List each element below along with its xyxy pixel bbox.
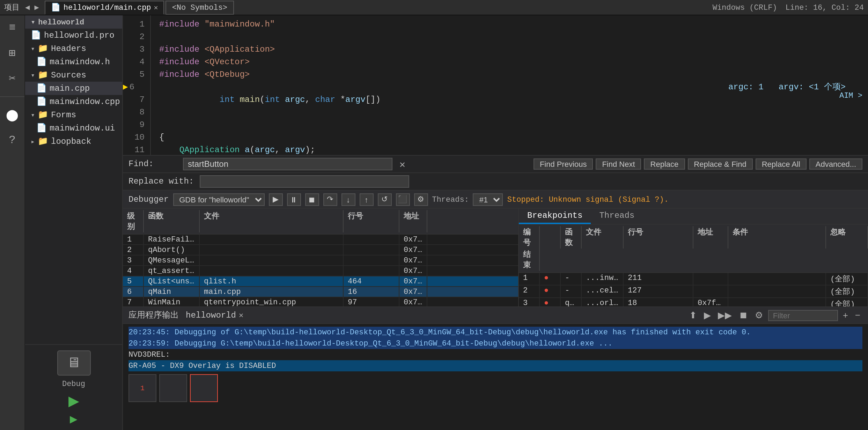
stack-row-6[interactable]: 6 qMain main.cpp 16 0x7ff78246161e <box>123 287 518 297</box>
dbg-btn-1[interactable]: ▶ <box>269 193 282 206</box>
code-content[interactable]: #include "mainwindow.h" #include <QAppli… <box>151 15 868 155</box>
th-bp-end: 结束 <box>519 249 540 271</box>
debugger-toolbar: Debugger GDB for "helloworld" ▶ ⏸ ⏹ ↷ ↓ … <box>123 191 868 209</box>
output-tab-label: helloworld <box>186 310 236 320</box>
find-next-btn[interactable]: Find Next <box>596 158 641 170</box>
debugger-label: Debugger <box>128 194 169 204</box>
bottom-content: 级别 函数 文件 行号 地址 1 RaiseFailFastException … <box>123 209 868 306</box>
project-sidebar: ▾ helloworld 📄 helloworld.pro ▾ 📁 Header… <box>25 15 123 430</box>
output-line-1: 20:23:45: Debugging of G:\temp\build-hel… <box>128 327 862 338</box>
tree-forms-folder[interactable]: ▾ 📁 Forms <box>25 108 122 121</box>
thumbnail-1: 1 <box>128 374 156 402</box>
caret-forms: ▾ <box>31 111 35 119</box>
output-btn-stop[interactable]: ⏹ <box>737 310 750 320</box>
project-name: helloworld <box>38 18 84 26</box>
dbg-btn-5[interactable]: ↓ <box>341 193 355 206</box>
tab-close-btn[interactable]: ✕ <box>154 3 158 12</box>
tree-loopback[interactable]: ▸ 📁 loopback <box>25 135 122 148</box>
output-label: 应用程序输出 <box>128 309 179 321</box>
tab-symbols-label: <No Symbols> <box>172 3 227 12</box>
replace-all-btn[interactable]: Replace All <box>756 158 807 170</box>
dbg-btn-4[interactable]: ↷ <box>323 193 337 206</box>
stack-row-5[interactable]: 5 QList<unsigned char>::operator[] qlist… <box>123 276 518 287</box>
advanced-btn[interactable]: Advanced... <box>809 158 862 170</box>
sidebar-icon-cut[interactable]: ✂ <box>2 68 22 88</box>
stack-row-7[interactable]: 7 WinMain qtentrypoint_win.cpp 97 0x7ff7… <box>123 297 518 306</box>
replace-input[interactable] <box>199 175 409 188</box>
sidebar-icon-debug[interactable]: ⬤ <box>2 105 22 125</box>
project-label: 项目 <box>4 2 20 13</box>
tab-threads[interactable]: Threads <box>591 209 643 224</box>
dbg-btn-9[interactable]: ⚙ <box>414 193 428 206</box>
run-button[interactable]: ▶ <box>68 392 79 409</box>
sources-label: Sources <box>51 70 86 80</box>
line-col-label: Line: 16, Col: 24 <box>786 3 864 12</box>
stack-row-4[interactable]: 4 qt_assert_x(const char *, const char *… <box>123 266 518 276</box>
find-close-btn[interactable]: ✕ <box>399 158 405 170</box>
output-btn-play2[interactable]: ▶▶ <box>716 310 734 320</box>
output-btn-upload[interactable]: ⬆ <box>687 310 699 320</box>
dbg-btn-3[interactable]: ⏹ <box>305 193 319 206</box>
collapse-icon: ▾ <box>31 17 35 27</box>
caret-headers: ▾ <box>31 44 35 53</box>
caret-sources: ▾ <box>31 71 35 79</box>
thread-select[interactable]: #1 <box>473 193 503 206</box>
replace-find-btn[interactable]: Replace & Find <box>687 158 752 170</box>
filter-input[interactable] <box>768 310 838 321</box>
output-toolbar: 应用程序输出 helloworld ✕ ⬆ ▶ ▶▶ ⏹ ⚙ + − <box>123 307 868 324</box>
code-line-2 <box>159 31 860 43</box>
bp-row-3[interactable]: 3 ● qMain(int, char * *) ...orld/main.cp… <box>519 298 868 306</box>
stack-row-1[interactable]: 1 RaiseFailFastException 0x7ffde56eb382 <box>123 235 518 245</box>
find-replace-bar: Find: ✕ Find Previous Find Next Replace … <box>123 155 868 173</box>
find-input[interactable] <box>183 158 392 170</box>
output-content: 20:23:45: Debugging of G:\temp\build-hel… <box>123 324 868 415</box>
tab-symbols[interactable]: <No Symbols> <box>166 0 234 14</box>
top-nav-arrows[interactable]: ◀ ▶ <box>25 3 39 12</box>
tree-headers-folder[interactable]: ▾ 📁 Headers <box>25 42 122 55</box>
code-line-3: #include <QApplication> <box>159 43 860 56</box>
tree-project-pro[interactable]: 📄 helloworld.pro <box>25 29 122 42</box>
output-tab-helloworld[interactable]: helloworld ✕ <box>183 310 246 320</box>
output-line-4: GR-A05 - DX9 Overlay is DISABLED <box>128 360 862 371</box>
bp-row-1[interactable]: 1 ● - ...inwindow.cpp 211 (全部) <box>519 273 868 286</box>
tree-mainwindow-h[interactable]: 📄 mainwindow.h <box>25 55 122 68</box>
sidebar-icon-menu[interactable]: ≡ <box>2 18 22 38</box>
code-line-7: { <box>159 131 860 144</box>
code-editor[interactable]: 1 2 3 4 5 ▶6 7 8 9 10 11 12 13 14 15 ▶16 <box>123 15 868 155</box>
dbg-btn-6[interactable]: ↑ <box>359 193 373 206</box>
dbg-btn-8[interactable]: ⬛ <box>396 193 410 206</box>
forms-label: Forms <box>51 110 76 120</box>
output-btn-settings[interactable]: ⚙ <box>753 310 765 320</box>
output-btn-minus[interactable]: − <box>853 310 862 320</box>
th-bp-num: 编号 <box>519 226 540 249</box>
code-line-8: QApplication a(argc, argv); <box>159 144 860 155</box>
main-cpp-label: main.cpp <box>50 83 90 93</box>
run-button2[interactable]: ▶ <box>70 413 78 424</box>
stack-row-2[interactable]: 2 qAbort() 0x7ffda8193011 <box>123 245 518 255</box>
th-bp-ignore: 忽略 <box>826 226 868 249</box>
output-line-3: NVD3DREL: <box>128 349 862 360</box>
replace-bar: Replace with: <box>123 173 868 191</box>
tree-main-cpp[interactable]: 📄 main.cpp <box>25 82 122 95</box>
loopback-label: loopback <box>51 136 91 146</box>
output-btn-play[interactable]: ▶ <box>702 310 713 320</box>
tab-breakpoints[interactable]: Breakpoints <box>519 209 591 224</box>
gdb-select[interactable]: GDB for "helloworld" <box>173 193 264 206</box>
sidebar-icon-grid[interactable]: ⊞ <box>2 43 22 63</box>
dbg-btn-7[interactable]: ↺ <box>377 193 391 206</box>
tree-mainwindow-ui[interactable]: 📄 mainwindow.ui <box>25 121 122 135</box>
sidebar-icon-help[interactable]: ? <box>2 131 22 150</box>
output-btn-add[interactable]: + <box>841 310 850 320</box>
output-tab-close[interactable]: ✕ <box>239 311 243 320</box>
tree-mainwindow-cpp[interactable]: 📄 mainwindow.cpp <box>25 95 122 108</box>
find-previous-btn[interactable]: Find Previous <box>534 158 593 170</box>
bp-row-2[interactable]: 2 ● - ...cell_main.cpp 127 (全部) <box>519 286 868 298</box>
output-line-2: 20:23:59: Debugging G:\temp\build-hellow… <box>128 338 862 349</box>
tree-sources-folder[interactable]: ▾ 📁 Sources <box>25 68 122 82</box>
aim-indicator: AIM > <box>839 91 862 100</box>
dbg-btn-2[interactable]: ⏸ <box>287 193 301 206</box>
replace-btn[interactable]: Replace <box>644 158 685 170</box>
tab-main-cpp[interactable]: 📄 helloworld/main.cpp ✕ <box>45 0 164 14</box>
stack-row-3[interactable]: 3 QMessageLogger::fatal(const char *, ..… <box>123 255 518 266</box>
file-icon-mainwindow: 📄 <box>36 96 47 107</box>
